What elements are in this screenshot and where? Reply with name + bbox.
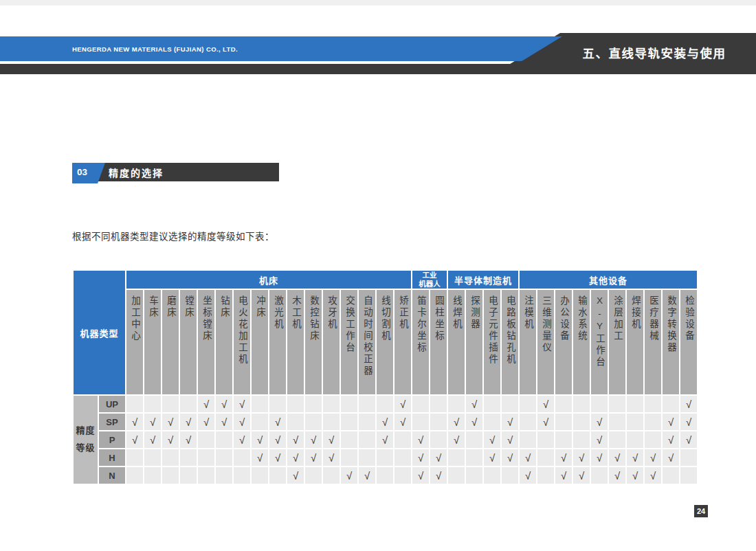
check-cell: √ xyxy=(216,414,232,430)
empty-cell xyxy=(234,449,250,466)
empty-cell xyxy=(180,449,197,466)
column-header-label: 线切割机 xyxy=(377,290,392,342)
company-name: HENGERDA NEW MATERIALS (FUJIAN) CO., LTD… xyxy=(72,45,238,53)
precision-grade-table: 机器类型机床工业机器人半导体制造机其他设备加工中心车床磨床镗床坐标镗床钻床电火花… xyxy=(72,269,698,485)
check-cell: √ xyxy=(591,449,608,466)
check-cell: √ xyxy=(663,431,679,448)
column-header-label: 磨床 xyxy=(163,290,178,319)
empty-cell xyxy=(180,396,197,412)
column-header-label: 检验设备 xyxy=(681,290,696,342)
empty-cell xyxy=(359,414,375,430)
column-header: 冲床 xyxy=(252,290,268,394)
empty-cell xyxy=(627,431,643,448)
column-header: 钻床 xyxy=(216,290,232,394)
empty-cell xyxy=(591,396,608,412)
column-header: 线切割机 xyxy=(377,290,393,394)
column-header-label: 自动时间校正器 xyxy=(359,290,375,377)
check-cell: √ xyxy=(520,467,536,484)
column-header: 坐标镗床 xyxy=(198,290,214,394)
empty-cell xyxy=(394,467,411,484)
check-cell: √ xyxy=(537,396,554,412)
empty-cell xyxy=(287,414,304,430)
column-header: 注模机 xyxy=(520,290,536,394)
empty-cell xyxy=(520,414,536,430)
check-cell: √ xyxy=(609,467,625,484)
check-cell: √ xyxy=(448,431,465,448)
intro-text: 根据不同机器类型建议选择的精度等级如下表： xyxy=(72,229,274,243)
page-number-badge: 24 xyxy=(694,505,708,517)
check-cell: √ xyxy=(430,467,447,484)
column-header: 医疗器械 xyxy=(645,290,661,394)
column-header: 自动时间校正器 xyxy=(359,290,375,394)
column-header: 圆柱坐标 xyxy=(430,290,447,394)
check-cell: √ xyxy=(680,414,697,430)
empty-cell xyxy=(216,431,232,448)
empty-cell xyxy=(555,431,572,448)
check-cell: √ xyxy=(430,449,447,466)
column-header: 加工中心 xyxy=(126,290,143,394)
column-header-label: 医疗器械 xyxy=(645,290,660,342)
empty-cell xyxy=(305,396,322,412)
column-header: 激光机 xyxy=(269,290,286,394)
empty-cell xyxy=(162,449,179,466)
empty-cell xyxy=(412,414,429,430)
check-cell: √ xyxy=(537,414,554,430)
column-header: 电子元件插件 xyxy=(484,290,500,394)
check-cell: √ xyxy=(448,414,465,430)
check-cell: √ xyxy=(180,431,197,448)
column-header: 检验设备 xyxy=(680,290,697,394)
empty-cell xyxy=(484,467,500,484)
empty-cell xyxy=(537,467,554,484)
column-header: 电火花加工机 xyxy=(234,290,250,394)
check-cell: √ xyxy=(591,414,608,430)
group-header: 工业机器人 xyxy=(412,271,447,289)
empty-cell xyxy=(305,414,322,430)
column-header-label: 交换工作台 xyxy=(342,290,357,354)
page-top-edge xyxy=(0,0,756,5)
empty-cell xyxy=(645,431,661,448)
check-cell: √ xyxy=(287,449,304,466)
empty-cell xyxy=(323,396,340,412)
empty-cell xyxy=(609,414,625,430)
empty-cell xyxy=(537,449,554,466)
column-header: 数字转换器 xyxy=(663,290,679,394)
check-cell: √ xyxy=(466,396,482,412)
check-cell: √ xyxy=(573,449,590,466)
empty-cell xyxy=(341,396,357,412)
empty-cell xyxy=(591,467,608,484)
check-cell: √ xyxy=(162,414,179,430)
column-header-label: 激光机 xyxy=(270,290,285,330)
check-cell: √ xyxy=(412,467,429,484)
column-header-label: 涂层加工 xyxy=(610,290,625,342)
column-header-label: 钻床 xyxy=(216,290,232,319)
check-cell: √ xyxy=(412,431,429,448)
empty-cell xyxy=(377,396,393,412)
check-cell: √ xyxy=(234,431,250,448)
empty-cell xyxy=(198,431,214,448)
document-page: HENGERDA NEW MATERIALS (FUJIAN) CO., LTD… xyxy=(0,0,756,551)
empty-cell xyxy=(466,467,482,484)
empty-cell xyxy=(645,396,661,412)
check-cell: √ xyxy=(180,414,197,430)
grade-label: H xyxy=(99,449,125,466)
grade-label: SP xyxy=(99,414,125,430)
group-header: 机床 xyxy=(126,271,411,289)
row-group-label: 精度等级 xyxy=(74,396,98,484)
column-header-label: 焊接机 xyxy=(627,290,643,330)
column-header-label: 镗床 xyxy=(181,290,196,319)
empty-cell xyxy=(252,467,268,484)
empty-cell xyxy=(502,467,518,484)
header-blue-ribbon: HENGERDA NEW MATERIALS (FUJIAN) CO., LTD… xyxy=(0,36,562,61)
check-cell: √ xyxy=(305,449,322,466)
check-cell: √ xyxy=(252,449,268,466)
check-cell: √ xyxy=(663,414,679,430)
column-header: 攻牙机 xyxy=(323,290,340,394)
empty-cell xyxy=(359,396,375,412)
check-cell: √ xyxy=(234,414,250,430)
empty-cell xyxy=(448,449,465,466)
column-header-label: 电火花加工机 xyxy=(234,290,249,366)
grade-label: UP xyxy=(99,396,125,412)
check-cell: √ xyxy=(323,431,340,448)
column-header-label: X-Y工作台 xyxy=(592,290,607,369)
column-header-label: 探测器 xyxy=(467,290,482,330)
